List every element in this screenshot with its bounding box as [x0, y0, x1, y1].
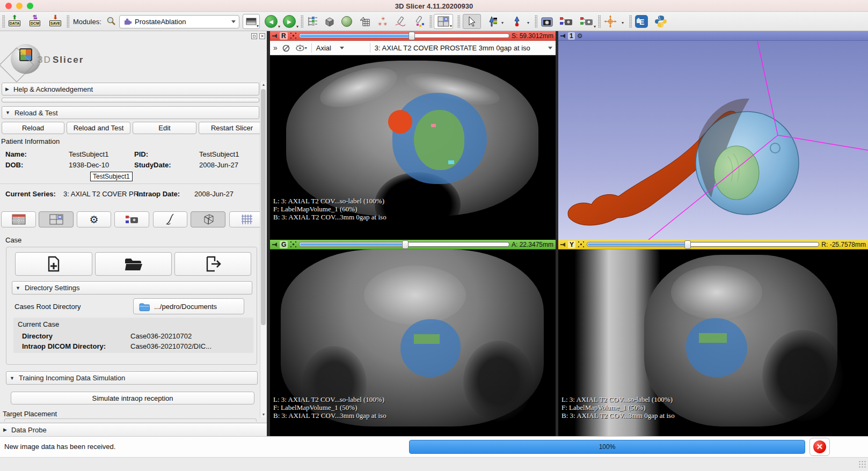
needle-button[interactable]	[153, 211, 187, 227]
load-data-button[interactable]: ⬆ DATA	[8, 14, 21, 28]
green-slice-slider[interactable]	[299, 242, 509, 247]
gear-icon[interactable]: ⚙	[577, 32, 583, 40]
reload-and-test-button[interactable]: Reload and Test	[67, 122, 130, 134]
segment-editor-button[interactable]	[411, 14, 426, 29]
dicom-button[interactable]: ⇅ DCM	[28, 14, 42, 28]
slider-handle[interactable]	[402, 240, 409, 249]
fiducial-visibility-icon[interactable]	[578, 241, 585, 248]
screenshot-button[interactable]	[539, 14, 555, 29]
fiducial-visibility-icon[interactable]	[290, 32, 297, 39]
orientation-selector[interactable]: Axial	[316, 44, 366, 52]
chevron-down-icon: ▾	[278, 24, 280, 29]
directory-settings-header[interactable]: ▼ Directory Settings	[12, 281, 252, 295]
red-slice-image[interactable]: L: 3: AXIAL T2 COV...so-label (100%) F: …	[270, 55, 556, 240]
transform-grid-icon	[359, 16, 371, 27]
tumor-segment-overlay	[699, 333, 727, 343]
slider-fill	[588, 243, 685, 246]
crosshair-select-button[interactable]	[509, 14, 525, 29]
four-up-layout-button[interactable]	[39, 211, 74, 227]
tumor-segment-overlay	[414, 334, 440, 344]
back-button[interactable]: ◄ ▾	[263, 14, 279, 29]
mouse-interaction-button[interactable]	[463, 14, 481, 29]
module-search-icon[interactable]	[106, 16, 116, 28]
training-simulation-header[interactable]: ▼ Training Incoming Data Simulation	[6, 371, 258, 385]
help-header-label: Help & Acknowledgement	[13, 85, 93, 93]
chevron-down-icon[interactable]: ▾	[622, 20, 624, 25]
current-series-value: 3: AXIAL T2 COVER PR...	[63, 190, 144, 198]
volume-selector[interactable]: 3: AXIAL T2 COVER PROSTATE 3mm 0gap at i…	[375, 44, 552, 52]
slice-visibility-button[interactable]: ▾	[295, 44, 307, 51]
red-slice-slider[interactable]	[299, 33, 509, 38]
volumes-module-button[interactable]	[322, 14, 337, 29]
reload-test-header[interactable]: ▼ Reload & Test	[2, 106, 259, 119]
scroll-up-icon[interactable]: ▲	[261, 83, 266, 86]
pin-icon[interactable]	[272, 242, 278, 247]
case-capture-button[interactable]	[114, 211, 149, 227]
scrollbar-thumb[interactable]	[261, 89, 266, 325]
settings-button[interactable]: ⚙	[77, 211, 111, 227]
yellow-slice-image[interactable]: L: 3: AXIAL T2 COV...so-label (100%) F: …	[558, 249, 868, 436]
scroll-down-icon[interactable]: ▼	[261, 413, 266, 416]
zframe-3d-button[interactable]	[191, 211, 225, 227]
volume-cube-icon	[324, 16, 335, 27]
create-new-case-button[interactable]	[15, 252, 92, 276]
name-label: Name:	[5, 150, 27, 158]
extensions-manager-button[interactable]: E	[633, 14, 650, 29]
layout-selector-button[interactable]: ▾	[434, 14, 453, 29]
cancel-progress-button[interactable]: ✕	[809, 438, 830, 456]
panel-scrollbar[interactable]: ▲ ▼	[260, 82, 266, 417]
chevron-down-icon[interactable]: ▾	[501, 20, 504, 25]
chevron-down-icon[interactable]: ▾	[527, 20, 529, 25]
pin-icon[interactable]	[272, 33, 278, 39]
edit-button[interactable]: Edit	[133, 122, 196, 134]
module-selector[interactable]: ProstateAblation	[119, 15, 239, 28]
simulate-intraop-button[interactable]: Simulate intraop reception	[11, 392, 254, 404]
scene-view-restore-button[interactable]: ▾	[579, 14, 595, 29]
green-slice-image[interactable]: L: 3: AXIAL T2 COV...so-label (100%) F: …	[270, 249, 556, 436]
crosshair-toggle-button[interactable]	[602, 14, 618, 29]
annotations-ruler-button[interactable]	[393, 14, 408, 29]
red-slice-only-layout-button[interactable]	[1, 211, 36, 227]
markups-module-button[interactable]: ✳✳✳	[376, 14, 391, 29]
svg-text:✳: ✳	[381, 16, 385, 21]
pin-icon[interactable]	[560, 33, 566, 39]
module-history-button[interactable]: ▾	[243, 14, 260, 29]
grid-icon	[240, 214, 253, 225]
cases-root-directory-button[interactable]: .../pedro/Documents	[133, 298, 244, 314]
red-view-tag: R	[280, 32, 288, 40]
resize-grip[interactable]	[858, 460, 866, 468]
four-up-layout-icon	[49, 214, 63, 225]
close-panel-icon[interactable]: ✕	[259, 33, 265, 39]
window-level-button[interactable]	[484, 14, 500, 29]
slider-fill	[300, 243, 403, 246]
scene-view-capture-button[interactable]	[558, 14, 574, 29]
open-case-button[interactable]	[95, 252, 172, 276]
python-console-button[interactable]	[653, 14, 669, 29]
undock-panel-icon[interactable]	[251, 33, 257, 39]
forward-button[interactable]: ► ▾	[281, 14, 297, 29]
help-acknowledgement-header[interactable]: ▶ Help & Acknowledgement	[2, 83, 259, 95]
template-grid-button[interactable]	[229, 211, 264, 227]
yellow-slice-offset: R: -25.7578mm	[821, 241, 866, 248]
slider-handle[interactable]	[409, 32, 415, 40]
capture-camera-icon	[125, 214, 139, 225]
save-button[interactable]: ⬇ SAVE	[48, 14, 62, 28]
subject-hierarchy-button[interactable]	[305, 14, 320, 29]
threed-render-area[interactable]	[558, 41, 868, 240]
view-link-icon[interactable]	[282, 44, 291, 52]
transforms-module-button[interactable]	[358, 14, 373, 29]
pin-icon[interactable]	[560, 242, 566, 247]
gear-icon: ⚙	[89, 214, 98, 226]
restart-slicer-button[interactable]: Restart Slicer	[199, 122, 265, 134]
fiducial-visibility-icon[interactable]	[290, 241, 297, 248]
data-probe-header[interactable]: ▶ Data Probe	[0, 423, 267, 437]
models-module-button[interactable]	[339, 14, 354, 29]
yellow-slice-slider[interactable]	[587, 242, 819, 247]
chevron-down-icon: ▾	[305, 46, 307, 50]
down-arrow-icon: ⬇	[53, 14, 57, 20]
close-case-button[interactable]	[174, 252, 251, 276]
slider-handle[interactable]	[684, 240, 691, 249]
threed-view-bar: 1 ⚙	[558, 31, 868, 41]
more-options-chevron[interactable]: »	[273, 43, 278, 52]
reload-button[interactable]: Reload	[2, 122, 64, 134]
